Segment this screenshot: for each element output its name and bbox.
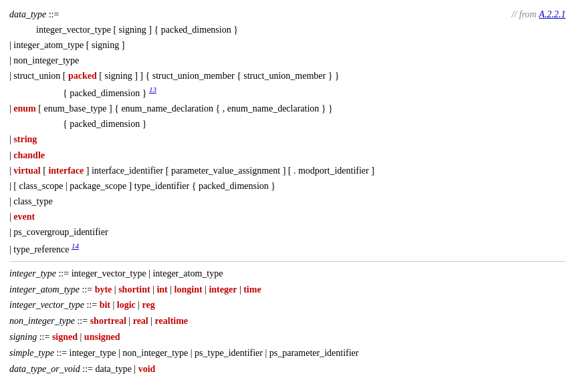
- rule-data-type-or-void: data_type_or_void ::= data_type | void: [9, 361, 566, 377]
- kw-shortreal: shortreal: [90, 316, 126, 326]
- line-struct-union: | struct_union [ packed [ signing ] ] { …: [9, 68, 566, 83]
- line-integer-vector: integer_vector_type [ signing ] { packed…: [9, 22, 566, 37]
- line-packed-dim-2: { packed_dimension }: [9, 116, 566, 132]
- kw-interface: interface: [48, 166, 84, 176]
- line-non-integer: | non_integer_type: [9, 53, 566, 68]
- kw-chandle: chandle: [13, 150, 45, 160]
- line-type-reference: | type_reference 14: [9, 240, 566, 257]
- kw-int: int: [156, 284, 167, 295]
- kw-unsigned: unsigned: [84, 332, 120, 342]
- kw-time: time: [243, 284, 261, 295]
- line-virtual: | virtual [ interface ] interface_identi…: [9, 163, 566, 178]
- kw-longint: longint: [175, 284, 203, 295]
- kw-event: event: [13, 212, 35, 222]
- kw-bit: bit: [100, 300, 110, 310]
- kw-virtual: virtual: [13, 166, 40, 176]
- line-class-type: | class_type: [9, 194, 566, 209]
- rule-non-integer-type: non_integer_type ::= shortreal | real | …: [9, 313, 566, 329]
- comment-text: // from: [511, 9, 536, 19]
- rule-integer-vector-type: integer_vector_type ::= bit | logic | re…: [9, 297, 566, 313]
- kw-void: void: [138, 364, 156, 374]
- kw-signed: signed: [52, 332, 78, 342]
- rule-signing: signing ::= signed | unsigned: [9, 329, 566, 345]
- line-packed-dim-sup: { packed_dimension } 13: [9, 83, 566, 101]
- grammar-block: data_type ::= // from A.2.2.1 integer_ve…: [9, 7, 566, 377]
- kw-reg: reg: [142, 300, 155, 310]
- rule-operator: ::=: [49, 9, 60, 19]
- kw-byte: byte: [95, 284, 112, 295]
- kw-packed: packed: [68, 71, 97, 81]
- kw-enum: enum: [13, 104, 35, 114]
- rule-data-type: data_type ::=: [9, 7, 59, 22]
- line-event: | event: [9, 209, 566, 224]
- footnote-13[interactable]: 13: [149, 85, 156, 93]
- footnote-14[interactable]: 14: [72, 242, 79, 250]
- kw-shortint: shortint: [118, 284, 150, 295]
- rule-integer-atom-type: integer_atom_type ::= byte | shortint | …: [9, 282, 566, 298]
- rule-integer-type: integer_type ::= integer_vector_type | i…: [9, 266, 566, 282]
- line-integer-atom: | integer_atom_type [ signing ]: [9, 37, 566, 53]
- kw-integer: integer: [209, 284, 237, 295]
- rule-simple-type: simple_type ::= integer_type | non_integ…: [9, 345, 566, 361]
- comment: // from A.2.2.1: [511, 7, 566, 22]
- kw-real: real: [133, 316, 148, 326]
- kw-realtime: realtime: [155, 316, 189, 326]
- kw-logic: logic: [117, 300, 136, 310]
- line-ps-covergroup: | ps_covergroup_identifier: [9, 224, 566, 240]
- bottom-rules: integer_type ::= integer_vector_type | i…: [9, 266, 566, 377]
- separator: [9, 261, 566, 262]
- line-string: | string: [9, 132, 566, 147]
- line-chandle: | chandle: [9, 148, 566, 163]
- line-class-scope: | [ class_scope | package_scope ] type_i…: [9, 178, 566, 194]
- comment-link[interactable]: A.2.2.1: [539, 9, 566, 19]
- rule-name-data-type: data_type: [9, 9, 46, 19]
- line-enum: | enum [ enum_base_type ] { enum_name_de…: [9, 101, 566, 116]
- header-line: data_type ::= // from A.2.2.1: [9, 7, 566, 22]
- kw-string: string: [13, 134, 37, 144]
